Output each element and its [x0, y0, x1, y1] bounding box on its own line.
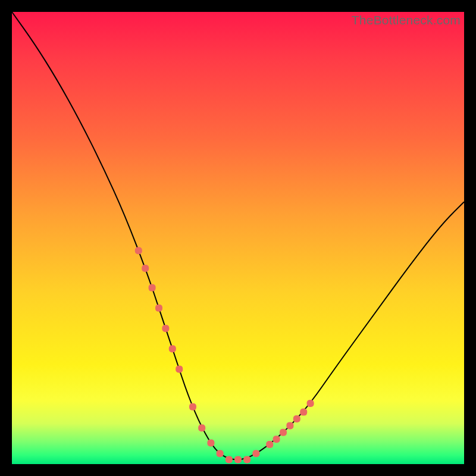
- marker-dot: [252, 450, 259, 457]
- marker-dot: [135, 247, 142, 254]
- marker-dot: [217, 450, 224, 457]
- marker-dot: [169, 345, 176, 352]
- chart-frame: TheBottleneck.com: [12, 12, 464, 464]
- marker-dot: [189, 403, 196, 411]
- marker-dot: [300, 409, 307, 416]
- marker-dot: [273, 436, 280, 443]
- marker-dot: [226, 456, 233, 463]
- marker-dot: [176, 365, 183, 372]
- bottleneck-curve: [12, 12, 464, 459]
- marker-dot: [243, 456, 250, 463]
- marker-dot: [162, 325, 169, 332]
- chart-svg: [12, 12, 464, 464]
- marker-dot: [286, 422, 293, 429]
- watermark-text: TheBottleneck.com: [352, 13, 461, 27]
- marker-dot: [149, 284, 156, 292]
- marker-dot: [266, 441, 273, 448]
- marker-dot: [155, 305, 162, 312]
- marker-dot: [234, 456, 242, 463]
- marker-dot: [307, 400, 314, 407]
- marker-dot: [293, 415, 300, 422]
- marker-dot: [280, 429, 287, 436]
- marker-dot: [142, 265, 149, 272]
- marker-dot: [198, 424, 205, 431]
- marker-dot: [207, 440, 214, 447]
- curve-markers: [135, 247, 314, 463]
